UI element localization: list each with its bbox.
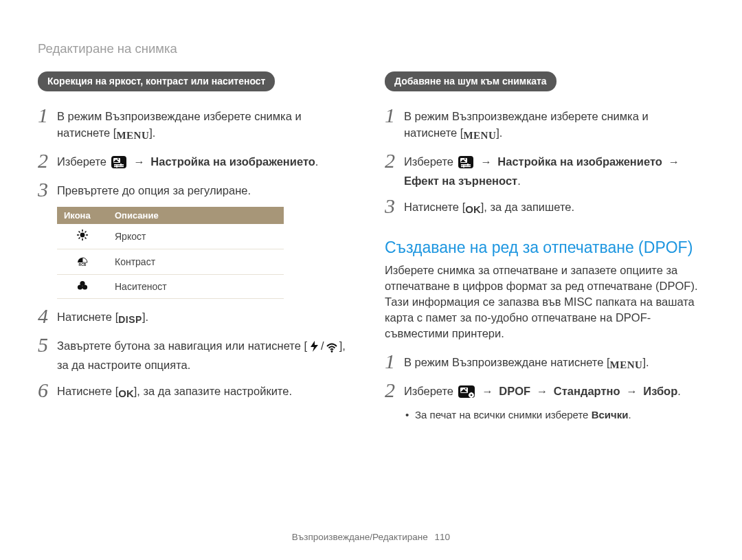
step-2: 2 Изберете → Настройка на изображението. [38,150,357,172]
section-brightness-contrast-saturation: Корекция на яркост, контраст или наситен… [38,71,357,423]
page-number: 110 [435,532,451,542]
menu-key: MENU [116,127,149,144]
subsection-heading: Добавяне на шум към снимката [385,71,556,91]
col-header-icon: Икона [57,207,108,224]
step-number: 2 [385,150,404,171]
flash-icon [308,340,319,357]
text: В режим Възпроизвеждане изберете снимка … [404,110,649,139]
text: Превъртете до опция за регулиране. [57,179,251,199]
option-name: Стандартно [554,385,620,397]
text: . [677,385,681,397]
text: Натиснете [ [57,311,118,323]
text: За печат на всички снимки изберете [415,409,592,421]
photo-adjust-icon [458,156,473,172]
text: Изберете [404,385,457,397]
option-name: Ефект на зърненост [404,175,517,187]
breadcrumb: Редактиране на снимка [38,41,704,56]
option-name: Избор [643,385,677,397]
step-number: 6 [38,380,57,401]
step-number: 1 [385,351,404,372]
photo-gear-icon [458,385,475,402]
step-6: 6 Натиснете [OK], за да запазите настрой… [38,380,357,402]
step-5: 5 Завъртете бутона за навигация или нати… [38,335,357,373]
arrow: → [476,385,499,397]
paragraph: Изберете снимка за отпечатване и запазет… [385,262,704,341]
cell: Наситеност [108,275,284,299]
text: В режим Възпроизвеждане натиснете [ [404,356,610,368]
section-heading-dpof: Създаване на ред за отпечатване (DPOF) [385,238,704,257]
wifi-icon [326,340,338,357]
step-number: 1 [38,105,57,126]
text: ]. [496,126,502,139]
text: ]. [142,311,148,323]
step-4: 4 Натиснете [DISP]. [38,306,357,328]
section-noise-and-dpof: Добавяне на шум към снимката 1 В режим В… [385,71,704,423]
text: ]. [149,126,155,139]
dpof-step-2: 2 Изберете → DPOF → Стандартно → Избор. [385,380,704,402]
photo-adjust-icon [111,156,126,172]
step-number: 2 [38,150,57,171]
disp-key: DISP [118,311,142,328]
step-3: 3 Натиснете [OK], за да запишете. [385,196,704,218]
text: ], за да запишете. [481,201,574,213]
dpof-step-1: 1 В режим Възпроизвеждане натиснете [MEN… [385,351,704,373]
text: . [628,409,631,421]
bullet-dot: • [405,409,415,421]
contrast-icon [57,249,108,275]
step-number: 1 [385,105,404,126]
text: Завъртете бутона за навигация или натисн… [57,339,307,352]
step-1: 1 В режим Възпроизвеждане изберете снимк… [38,105,357,144]
saturation-icon [57,275,108,299]
text: В режим Възпроизвеждане изберете снимка … [57,110,302,139]
cell: Контраст [108,249,284,275]
ok-key: OK [465,201,481,218]
text: Натиснете [ [404,201,465,213]
col-header-description: Описание [108,207,284,224]
arrow: → [662,155,682,168]
text: ]. [642,356,649,368]
arrow: → [530,385,554,397]
page-footer: Възпроизвеждане/Редактиране 110 [0,532,742,542]
step-number: 3 [385,196,404,216]
text: Изберете [57,155,110,168]
table-row: Яркост [57,224,284,249]
step-number: 5 [38,335,57,355]
step-number: 2 [385,380,404,401]
step-2: 2 Изберете → Настройка на изображението … [385,150,704,189]
cell: Яркост [108,224,284,249]
sub-bullet: • За печат на всички снимки изберете Вси… [405,409,704,421]
step-1: 1 В режим Възпроизвеждане изберете снимк… [385,105,704,144]
text: / [321,339,324,352]
arrow: → [128,155,151,168]
option-name: Настройка на изображението [497,155,662,168]
option-name: Настройка на изображението [150,155,315,168]
step-number: 4 [38,306,57,326]
step-number: 3 [38,179,57,200]
step-3: 3 Превъртете до опция за регулиране. [38,179,357,200]
footer-section: Възпроизвеждане/Редактиране [292,532,428,542]
text: . [517,175,521,187]
table-row: Наситеност [57,275,284,299]
ok-key: OK [118,385,134,402]
menu-key: MENU [463,127,496,144]
option-name: Всички [592,409,629,421]
text: Изберете [404,155,457,168]
subsection-heading: Корекция на яркост, контраст или наситен… [38,71,275,91]
option-name: DPOF [499,385,530,397]
arrow: → [475,155,498,168]
table-row: Контраст [57,249,284,275]
menu-key: MENU [610,357,643,373]
icon-description-table: Икона Описание Яркост Контраст Наситенос… [57,207,284,299]
text: Натиснете [ [57,385,118,397]
text: . [315,155,319,168]
arrow: → [620,385,644,397]
brightness-icon [57,224,108,249]
text: ], за да запазите настройките. [134,385,292,397]
